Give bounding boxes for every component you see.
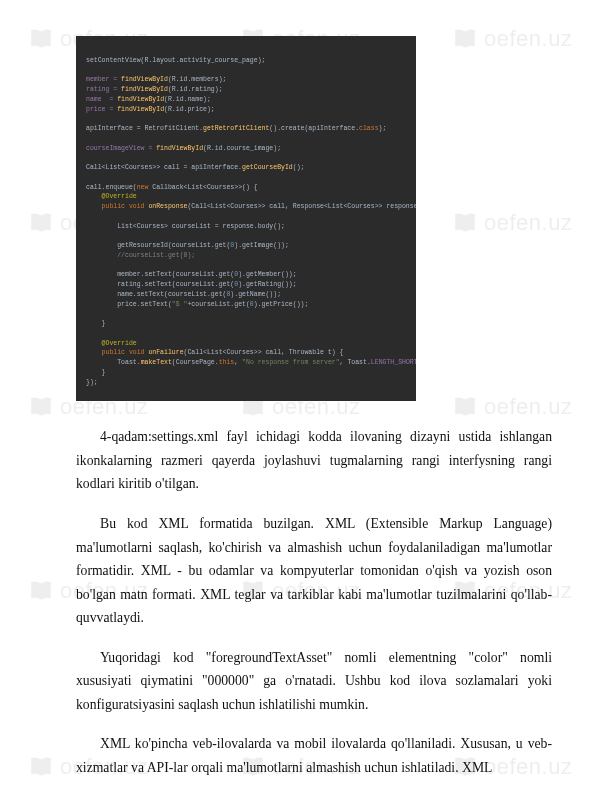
- page-content: setContentView(R.layout.activity_course_…: [0, 0, 612, 792]
- paragraph-2: Bu kod XML formatida buzilgan. XML (Exte…: [76, 512, 552, 630]
- code-screenshot: setContentView(R.layout.activity_course_…: [76, 36, 416, 401]
- paragraph-4: XML ko'pincha veb-ilovalarda va mobil il…: [76, 732, 552, 779]
- paragraph-3: Yuqoridagi kod "foregroundTextAsset" nom…: [76, 646, 552, 717]
- paragraph-1: 4-qadam:settings.xml fayl ichidagi kodda…: [76, 425, 552, 496]
